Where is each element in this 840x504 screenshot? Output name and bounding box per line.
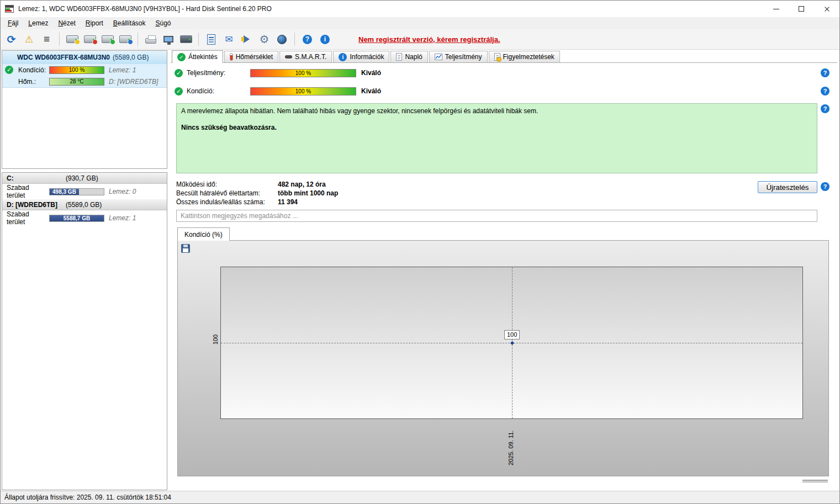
smart-icon — [285, 55, 292, 59]
settings-gear-icon[interactable]: ⚙ — [257, 32, 272, 47]
close-icon — [824, 6, 830, 12]
free-space-label: Szabad terület — [7, 210, 49, 226]
partition-item[interactable]: C: (930,7 GB) Szabad terület 498,3 GB Le… — [2, 173, 167, 196]
statusbar: Állapot utoljára frissítve: 2025. 09. 11… — [1, 491, 839, 503]
status-ok-icon: ✓ — [175, 69, 183, 77]
menu-disk[interactable]: Lemez — [23, 18, 53, 29]
disk-short-test-icon[interactable] — [65, 32, 80, 47]
thermometer-icon — [230, 53, 233, 61]
menu-view[interactable]: Nézet — [53, 18, 80, 29]
tab-smart[interactable]: S.M.A.R.T. — [279, 51, 332, 62]
close-button[interactable] — [814, 1, 839, 17]
disk-surface-test-icon[interactable] — [100, 32, 115, 47]
tab-log[interactable]: Napló — [390, 51, 427, 62]
health-status-box: A merevlemez állapota hibátlan. Nem talá… — [176, 103, 817, 173]
toolbar-separator — [294, 33, 295, 46]
titlebar: Lemez: 1, WDC WD6003FFBX-68MU3N0 [V9H3YB… — [1, 1, 839, 17]
menu-file[interactable]: Fájl — [3, 18, 23, 29]
free-space-bar: 5588,7 GB — [49, 215, 104, 222]
tab-alerts[interactable]: Figyelmeztetések — [489, 51, 560, 62]
status-ok-icon: ✓ — [175, 87, 183, 96]
tab-bar: ✓ Áttekintés Hőmérséklet S.M.A.R.T. i In… — [171, 50, 837, 63]
disk-list: WDC WD6003FFBX-68MU3N0 (5589,0 GB) ✓ Kon… — [2, 50, 167, 169]
printer-icon[interactable] — [143, 32, 158, 47]
partition-size: (5589,0 GB) — [66, 201, 102, 209]
window-title: Lemez: 1, WDC WD6003FFBX-68MU3N0 [V9H3YB… — [18, 5, 272, 13]
toolbar-separator — [138, 33, 138, 46]
globe-icon[interactable] — [274, 32, 289, 47]
partition-size: (930,7 GB) — [66, 174, 98, 182]
help-icon[interactable]: ? — [821, 182, 830, 191]
disk-name: WDC WD6003FFBX-68MU3N0 — [17, 54, 110, 61]
save-chart-icon[interactable] — [181, 244, 190, 253]
chart-xtick-label: 2025. 09. 11. — [508, 422, 514, 465]
main-panel: ✓ Áttekintés Hőmérséklet S.M.A.R.T. i In… — [171, 50, 837, 490]
minimize-icon — [773, 9, 779, 9]
info-icon[interactable]: i — [318, 32, 332, 47]
chart-plot-area: 100 100 2025. 09. 11. — [220, 267, 803, 419]
speaker-icon[interactable] — [239, 32, 254, 47]
minimize-button[interactable] — [763, 1, 789, 17]
condition-bar: 100 % — [49, 66, 104, 74]
stat-row: Működési idő: 482 nap, 12 óra — [176, 180, 338, 189]
condition-rating: Kiváló — [361, 87, 381, 95]
condition-row: ✓ Kondíció: 100 % Kiváló — [175, 86, 381, 96]
disk-entry[interactable]: WDC WD6003FFBX-68MU3N0 (5589,0 GB) ✓ Kon… — [2, 51, 167, 88]
partition-item[interactable]: D: [WDRED6TB] (5589,0 GB) Szabad terület… — [2, 199, 167, 222]
resize-grip[interactable] — [802, 480, 828, 481]
help-icon[interactable]: ? — [821, 104, 830, 113]
app-window: Lemez: 1, WDC WD6003FFBX-68MU3N0 [V9H3YB… — [0, 0, 840, 504]
chart-point — [510, 341, 514, 345]
chart-point-label: 100 — [504, 330, 520, 339]
volume-label: D: [WDRED6TB] — [104, 78, 167, 86]
partition-free-row: Szabad terület 498,3 GB Lemez: 0 — [2, 184, 167, 196]
disk-size: (5589,0 GB) — [113, 54, 149, 61]
warning-icon[interactable]: ⚠ — [22, 32, 36, 47]
stat-row: Összes indulás/leállás száma: 11 394 — [176, 198, 338, 206]
performance-bar: 100 % — [250, 69, 356, 77]
partition-disk-index: Lemez: 0 — [104, 188, 167, 195]
menu-help[interactable]: Súgó — [150, 18, 176, 29]
help-icon[interactable]: ? — [821, 87, 830, 96]
lifetime-stats: Működési idő: 482 nap, 12 óra Becsült há… — [176, 180, 338, 206]
refresh-icon[interactable]: ⟳ — [4, 32, 19, 47]
temp-bar: 28 °C — [49, 78, 104, 86]
external-drive-icon[interactable] — [178, 32, 193, 47]
comment-input[interactable] — [176, 210, 817, 222]
menu-settings[interactable]: Beállítások — [108, 18, 151, 29]
disk-extended-test-icon[interactable] — [82, 32, 97, 47]
help-icon[interactable]: ? — [821, 68, 830, 77]
chart-tab[interactable]: Kondíció (%) — [177, 227, 230, 241]
menu-report[interactable]: Riport — [81, 18, 108, 29]
disk-tools-icon[interactable] — [118, 32, 133, 47]
disk-temp-row: Hőm.: 28 °C D: [WDRED6TB] — [2, 76, 167, 87]
partition-name: C: — [7, 174, 66, 182]
condition-bar: 100 % — [250, 87, 356, 96]
health-status-text: A merevlemez állapota hibátlan. Nem talá… — [181, 107, 812, 115]
performance-row: ✓ Teljesítmény: 100 % Kiváló — [175, 68, 381, 78]
health-status-advice: Nincs szükség beavatkozásra. — [181, 124, 812, 132]
tab-information[interactable]: i Információk — [333, 51, 389, 62]
performance-label: Teljesítmény: — [187, 69, 250, 77]
condition-chart: 100 100 2025. 09. 11. — [177, 240, 829, 476]
partition-header: D: [WDRED6TB] (5589,0 GB) — [2, 199, 167, 210]
tab-overview[interactable]: ✓ Áttekintés — [172, 50, 223, 63]
tab-performance[interactable]: Teljesítmény — [429, 51, 488, 62]
computer-icon[interactable] — [161, 32, 176, 47]
help-icon[interactable]: ? — [300, 32, 315, 47]
performance-rating: Kiváló — [361, 69, 381, 77]
app-logo-icon — [5, 5, 14, 13]
status-text: Állapot utoljára frissítve: 2025. 09. 11… — [4, 494, 171, 501]
condition-label: Kondíció: — [18, 66, 49, 74]
partition-name: D: [WDRED6TB] — [7, 201, 66, 209]
report-list-icon[interactable]: ≡ — [39, 32, 54, 47]
info-circle-icon: i — [339, 53, 347, 61]
alert-document-icon — [494, 53, 500, 61]
email-icon[interactable]: ✉ — [221, 32, 236, 47]
register-link[interactable]: Nem regisztrált verzió, kérem regisztrál… — [358, 35, 500, 44]
document-icon — [396, 53, 402, 61]
retest-button[interactable]: Újratesztelés — [758, 181, 817, 193]
tab-temperature[interactable]: Hőmérséklet — [224, 51, 278, 62]
maximize-button[interactable] — [789, 1, 814, 17]
report-icon[interactable] — [204, 32, 219, 47]
